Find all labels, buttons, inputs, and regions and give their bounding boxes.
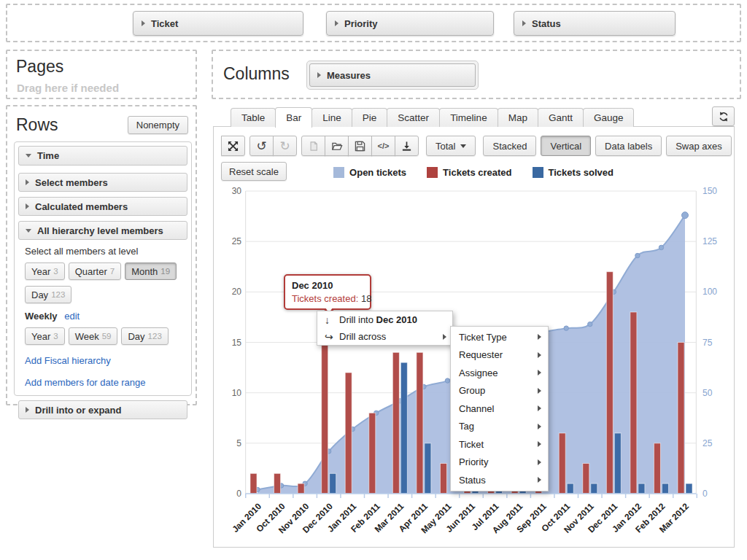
save-button[interactable] [348,136,372,156]
chevron-down-icon [26,229,31,233]
tooltip-title: Dec 2010 [292,280,363,291]
svg-text:25: 25 [703,438,713,448]
tab-map[interactable]: Map [498,108,538,127]
chevron-right-icon [26,407,29,413]
undo-button[interactable]: ↺ [249,136,274,156]
drill-across-arrow-icon: ↪ [325,331,339,343]
stacked-button[interactable]: Stacked [483,136,536,156]
level-select-label: Select all members at level [25,246,185,257]
total-dropdown[interactable]: Total [426,136,476,156]
drill-into-menu-item[interactable]: ↓ Drill into Dec 2010 [317,311,452,328]
svg-text:15: 15 [232,338,242,348]
svg-text:0: 0 [236,489,241,499]
time-label: Time [37,150,59,161]
chevron-right-icon [522,20,526,26]
submenu-group[interactable]: Group [451,382,548,400]
submenu-channel[interactable]: Channel [451,400,548,418]
legend-item-open-tickets[interactable]: Open tickets [333,167,406,178]
level-month-button[interactable]: Month19 [125,262,177,280]
level-day-button[interactable]: Day123 [25,286,71,303]
chevron-right-icon [142,20,145,26]
drill-target: Dec 2010 [376,314,417,325]
submenu-status[interactable]: Status [451,471,548,489]
new-report-button[interactable] [301,136,325,156]
filter-status-button[interactable]: Status [514,11,676,36]
pages-hint: Drag here if needed [17,82,119,94]
refresh-button[interactable] [712,106,735,126]
submenu-arrow-icon [538,388,541,394]
measures-button[interactable]: Measures [309,63,476,87]
level-year-button[interactable]: Year3 [25,262,65,280]
submenu-arrow-icon [538,352,541,358]
weekly-label: Weekly [25,311,58,322]
filter-ticket-button[interactable]: Ticket [133,11,303,36]
weekly-year-button[interactable]: Year3 [25,327,65,345]
swap-axes-button[interactable]: Swap axes [666,136,732,156]
svg-text:50: 50 [703,388,713,398]
mdx-code-button[interactable]: </> [371,136,395,156]
chevron-right-icon [26,179,29,185]
all-hierarchy-header[interactable]: All hierarchy level members [18,221,187,240]
svg-text:10: 10 [232,388,242,398]
submenu-tag[interactable]: Tag [451,418,548,436]
submenu-ticket-type[interactable]: Ticket Type [451,328,548,346]
chevron-down-icon [26,154,31,158]
submenu-arrow-icon [443,334,446,340]
add-date-range-link[interactable]: Add members for date range [25,377,145,388]
tab-gantt[interactable]: Gantt [538,108,584,127]
open-folder-icon [331,141,343,152]
submenu-ticket[interactable]: Ticket [451,435,548,454]
legend-item-tickets-solved[interactable]: Tickets solved [533,167,614,178]
measures-well: Measures [306,61,479,90]
fullscreen-icon [228,141,239,152]
weekly-day-button[interactable]: Day123 [121,327,168,345]
redo-button[interactable]: ↻ [273,136,297,156]
level-quarter-button[interactable]: Quarter7 [69,262,121,280]
drill-across-menu-item[interactable]: ↪ Drill across [317,328,452,345]
svg-text:125: 125 [703,236,717,246]
legend-item-tickets-created[interactable]: Tickets created [427,167,511,178]
tab-line[interactable]: Line [311,108,352,127]
svg-text:30: 30 [232,186,242,196]
measures-label: Measures [327,70,371,81]
svg-text:25: 25 [232,236,242,246]
open-button[interactable] [325,136,349,156]
export-button[interactable] [395,136,419,156]
submenu-arrow-icon [538,477,541,483]
tooltip-value: 18 [361,293,371,304]
submenu-requester[interactable]: Requester [451,346,548,365]
legend-swatch [533,167,543,178]
calculated-members-header[interactable]: Calculated members [18,197,187,216]
chart-panel: ↺ ↻ [213,126,735,548]
submenu-priority[interactable]: Priority [451,454,548,472]
submenu-assignee[interactable]: Assignee [451,364,548,382]
drill-expand-label: Drill into or expand [35,405,121,416]
submenu-arrow-icon [538,334,541,340]
data-labels-button[interactable]: Data labels [595,136,662,156]
add-fiscal-hierarchy-link[interactable]: Add Fiscal hierarchy [25,355,111,366]
svg-text:75: 75 [703,338,713,348]
download-icon [401,141,412,152]
tab-gauge[interactable]: Gauge [583,108,635,127]
tab-timeline[interactable]: Timeline [439,108,498,127]
tab-pie[interactable]: Pie [352,108,388,127]
pages-title: Pages [16,57,63,77]
level-count: 123 [51,290,65,299]
fullscreen-button[interactable] [221,136,245,156]
tab-scatter[interactable]: Scatter [387,108,440,127]
filter-priority-button[interactable]: Priority [326,11,494,36]
drill-expand-header[interactable]: Drill into or expand [18,400,187,419]
time-header[interactable]: Time [18,146,187,166]
select-members-header[interactable]: Select members [18,173,187,192]
svg-text:150: 150 [703,186,717,196]
submenu-arrow-icon [538,405,541,411]
level-count: 7 [110,267,115,276]
new-file-icon [309,141,319,152]
nonempty-button[interactable]: Nonempty [128,116,188,134]
weekly-week-button[interactable]: Week59 [69,327,118,345]
svg-text:5: 5 [236,438,241,448]
vertical-button[interactable]: Vertical [541,136,591,156]
tab-bar[interactable]: Bar [275,107,312,128]
tab-table[interactable]: Table [231,108,276,127]
weekly-edit-link[interactable]: edit [64,311,80,322]
